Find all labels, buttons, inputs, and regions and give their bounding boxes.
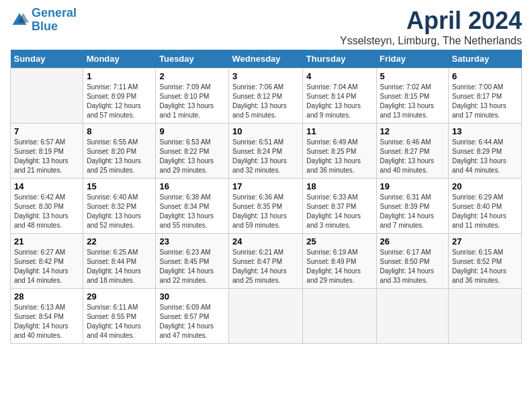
day-number: 5	[380, 71, 445, 81]
day-number: 19	[380, 181, 445, 191]
day-info: Sunrise: 7:04 AM Sunset: 8:14 PM Dayligh…	[306, 83, 372, 120]
day-info: Sunrise: 7:09 AM Sunset: 8:10 PM Dayligh…	[159, 83, 225, 120]
day-cell: 11Sunrise: 6:49 AM Sunset: 8:25 PM Dayli…	[303, 124, 376, 179]
day-info: Sunrise: 6:38 AM Sunset: 8:34 PM Dayligh…	[159, 193, 225, 230]
day-info: Sunrise: 6:40 AM Sunset: 8:32 PM Dayligh…	[87, 193, 152, 230]
day-number: 2	[159, 71, 225, 81]
col-header-thursday: Thursday	[303, 50, 376, 68]
day-number: 15	[87, 181, 152, 191]
day-info: Sunrise: 6:29 AM Sunset: 8:40 PM Dayligh…	[452, 193, 518, 230]
day-cell: 24Sunrise: 6:21 AM Sunset: 8:47 PM Dayli…	[229, 234, 303, 289]
day-info: Sunrise: 6:27 AM Sunset: 8:42 PM Dayligh…	[14, 248, 79, 285]
day-number: 11	[306, 126, 372, 136]
day-cell: 26Sunrise: 6:17 AM Sunset: 8:50 PM Dayli…	[376, 234, 449, 289]
week-row-2: 7Sunrise: 6:57 AM Sunset: 8:19 PM Daylig…	[11, 124, 522, 179]
day-number: 16	[159, 181, 225, 191]
day-info: Sunrise: 6:57 AM Sunset: 8:19 PM Dayligh…	[14, 138, 79, 175]
day-cell: 29Sunrise: 6:11 AM Sunset: 8:55 PM Dayli…	[83, 289, 156, 344]
col-header-tuesday: Tuesday	[156, 50, 229, 68]
day-info: Sunrise: 6:51 AM Sunset: 8:24 PM Dayligh…	[232, 138, 299, 175]
day-number: 3	[232, 71, 299, 81]
day-number: 12	[380, 126, 445, 136]
week-row-5: 28Sunrise: 6:13 AM Sunset: 8:54 PM Dayli…	[11, 289, 522, 344]
day-number: 23	[159, 236, 225, 246]
day-cell	[229, 289, 303, 344]
week-row-1: 1Sunrise: 7:11 AM Sunset: 8:09 PM Daylig…	[11, 68, 522, 124]
day-info: Sunrise: 6:23 AM Sunset: 8:45 PM Dayligh…	[159, 248, 225, 285]
day-number: 14	[14, 181, 79, 191]
day-number: 30	[159, 291, 225, 302]
day-cell: 8Sunrise: 6:55 AM Sunset: 8:20 PM Daylig…	[83, 124, 156, 179]
day-cell	[303, 289, 376, 344]
day-cell	[449, 289, 522, 344]
day-info: Sunrise: 7:11 AM Sunset: 8:09 PM Dayligh…	[87, 83, 152, 120]
day-cell: 16Sunrise: 6:38 AM Sunset: 8:34 PM Dayli…	[156, 179, 229, 234]
day-cell: 14Sunrise: 6:42 AM Sunset: 8:30 PM Dayli…	[11, 179, 83, 234]
day-cell: 15Sunrise: 6:40 AM Sunset: 8:32 PM Dayli…	[83, 179, 156, 234]
header: General Blue April 2024 Ysselsteyn, Limb…	[10, 7, 522, 47]
day-cell: 28Sunrise: 6:13 AM Sunset: 8:54 PM Dayli…	[11, 289, 83, 344]
day-cell: 21Sunrise: 6:27 AM Sunset: 8:42 PM Dayli…	[11, 234, 83, 289]
day-number: 1	[87, 71, 152, 81]
day-info: Sunrise: 6:55 AM Sunset: 8:20 PM Dayligh…	[87, 138, 152, 175]
day-info: Sunrise: 6:13 AM Sunset: 8:54 PM Dayligh…	[14, 303, 79, 340]
day-info: Sunrise: 7:02 AM Sunset: 8:15 PM Dayligh…	[380, 83, 445, 120]
day-number: 13	[452, 126, 518, 136]
day-info: Sunrise: 6:11 AM Sunset: 8:55 PM Dayligh…	[87, 303, 152, 340]
day-number: 29	[87, 291, 152, 302]
day-cell: 25Sunrise: 6:19 AM Sunset: 8:49 PM Dayli…	[303, 234, 376, 289]
day-cell: 6Sunrise: 7:00 AM Sunset: 8:17 PM Daylig…	[449, 68, 522, 124]
day-cell: 12Sunrise: 6:46 AM Sunset: 8:27 PM Dayli…	[376, 124, 449, 179]
day-number: 8	[87, 126, 152, 136]
day-info: Sunrise: 6:49 AM Sunset: 8:25 PM Dayligh…	[306, 138, 372, 175]
day-cell: 23Sunrise: 6:23 AM Sunset: 8:45 PM Dayli…	[156, 234, 229, 289]
day-cell: 19Sunrise: 6:31 AM Sunset: 8:39 PM Dayli…	[376, 179, 449, 234]
col-header-friday: Friday	[376, 50, 449, 68]
day-number: 4	[306, 71, 372, 81]
day-number: 28	[14, 291, 79, 302]
day-info: Sunrise: 6:42 AM Sunset: 8:30 PM Dayligh…	[14, 193, 79, 230]
calendar-table: SundayMondayTuesdayWednesdayThursdayFrid…	[10, 50, 522, 344]
day-cell: 10Sunrise: 6:51 AM Sunset: 8:24 PM Dayli…	[229, 124, 303, 179]
main-title: April 2024	[340, 7, 522, 35]
day-cell: 4Sunrise: 7:04 AM Sunset: 8:14 PM Daylig…	[303, 68, 376, 124]
day-number: 24	[232, 236, 299, 246]
day-number: 25	[306, 236, 372, 246]
day-number: 27	[452, 236, 518, 246]
day-info: Sunrise: 6:15 AM Sunset: 8:52 PM Dayligh…	[452, 248, 518, 285]
day-cell	[11, 68, 83, 124]
day-cell: 22Sunrise: 6:25 AM Sunset: 8:44 PM Dayli…	[83, 234, 156, 289]
col-header-monday: Monday	[83, 50, 156, 68]
logo: General Blue	[10, 7, 77, 34]
day-info: Sunrise: 7:06 AM Sunset: 8:12 PM Dayligh…	[232, 83, 299, 120]
week-row-3: 14Sunrise: 6:42 AM Sunset: 8:30 PM Dayli…	[11, 179, 522, 234]
day-cell: 27Sunrise: 6:15 AM Sunset: 8:52 PM Dayli…	[449, 234, 522, 289]
title-area: April 2024 Ysselsteyn, Limburg, The Neth…	[340, 7, 522, 47]
col-header-sunday: Sunday	[11, 50, 83, 68]
day-cell: 30Sunrise: 6:09 AM Sunset: 8:57 PM Dayli…	[156, 289, 229, 344]
day-info: Sunrise: 6:17 AM Sunset: 8:50 PM Dayligh…	[380, 248, 445, 285]
week-row-4: 21Sunrise: 6:27 AM Sunset: 8:42 PM Dayli…	[11, 234, 522, 289]
day-number: 21	[14, 236, 79, 246]
day-number: 6	[452, 71, 518, 81]
col-header-wednesday: Wednesday	[229, 50, 303, 68]
day-info: Sunrise: 6:46 AM Sunset: 8:27 PM Dayligh…	[380, 138, 445, 175]
day-info: Sunrise: 6:36 AM Sunset: 8:35 PM Dayligh…	[232, 193, 299, 230]
day-cell: 17Sunrise: 6:36 AM Sunset: 8:35 PM Dayli…	[229, 179, 303, 234]
day-number: 22	[87, 236, 152, 246]
day-info: Sunrise: 6:19 AM Sunset: 8:49 PM Dayligh…	[306, 248, 372, 285]
day-cell: 3Sunrise: 7:06 AM Sunset: 8:12 PM Daylig…	[229, 68, 303, 124]
subtitle: Ysselsteyn, Limburg, The Netherlands	[340, 35, 522, 47]
day-number: 18	[306, 181, 372, 191]
day-info: Sunrise: 6:53 AM Sunset: 8:22 PM Dayligh…	[159, 138, 225, 175]
day-number: 10	[232, 126, 299, 136]
col-header-saturday: Saturday	[449, 50, 522, 68]
day-info: Sunrise: 6:44 AM Sunset: 8:29 PM Dayligh…	[452, 138, 518, 175]
day-cell: 5Sunrise: 7:02 AM Sunset: 8:15 PM Daylig…	[376, 68, 449, 124]
day-cell: 2Sunrise: 7:09 AM Sunset: 8:10 PM Daylig…	[156, 68, 229, 124]
day-number: 26	[380, 236, 445, 246]
day-cell: 1Sunrise: 7:11 AM Sunset: 8:09 PM Daylig…	[83, 68, 156, 124]
day-info: Sunrise: 6:33 AM Sunset: 8:37 PM Dayligh…	[306, 193, 372, 230]
day-number: 20	[452, 181, 518, 191]
day-cell: 13Sunrise: 6:44 AM Sunset: 8:29 PM Dayli…	[449, 124, 522, 179]
